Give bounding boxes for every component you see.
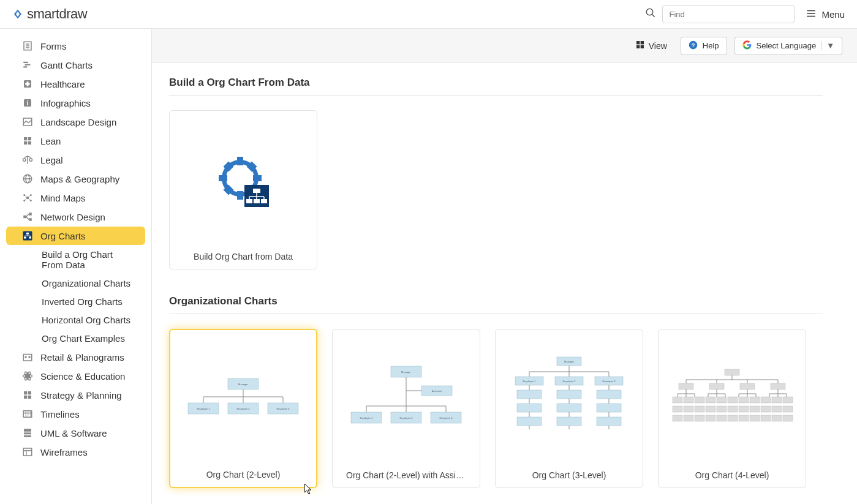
- search-icon[interactable]: [645, 7, 656, 21]
- search-input[interactable]: [662, 5, 795, 23]
- sidebar-item-science[interactable]: Science & Education: [6, 367, 145, 385]
- svg-rect-89: [253, 189, 260, 193]
- svg-rect-154: [728, 406, 738, 412]
- toolbar: View ? Help Select Language ▼: [152, 29, 857, 63]
- svg-rect-45: [29, 237, 31, 239]
- svg-text:Employee 2: Employee 2: [562, 380, 576, 383]
- sidebar-item-healthcare[interactable]: Healthcare: [6, 75, 145, 93]
- sidebar-item-label: Retail & Planograms: [40, 352, 124, 363]
- sidebar-item-landscape[interactable]: Landscape Design: [6, 113, 145, 131]
- language-select[interactable]: Select Language ▼: [734, 37, 842, 55]
- svg-rect-125: [517, 404, 542, 412]
- network-icon: [22, 211, 33, 222]
- brand-logo[interactable]: smartdraw: [12, 6, 87, 22]
- svg-point-87: [234, 172, 246, 184]
- svg-rect-134: [679, 383, 693, 389]
- sidebar-item-strategy[interactable]: Strategy & Planning: [6, 386, 145, 404]
- landscape-icon: [22, 116, 33, 127]
- gantt-icon: [22, 59, 33, 70]
- svg-rect-52: [29, 356, 31, 358]
- svg-rect-128: [557, 404, 581, 412]
- view-button[interactable]: View: [629, 36, 673, 55]
- sidebar-item-network[interactable]: Network Design: [6, 208, 145, 226]
- sidebar-item-legal[interactable]: Legal: [6, 151, 145, 169]
- svg-rect-140: [695, 397, 704, 403]
- sidebar-subitem-build[interactable]: Build a Org Chart From Data: [6, 246, 145, 274]
- svg-rect-133: [725, 369, 739, 375]
- retail-icon: [22, 352, 33, 363]
- svg-rect-58: [28, 391, 31, 394]
- svg-rect-66: [24, 429, 31, 432]
- svg-rect-161: [684, 415, 693, 421]
- forms-icon: [22, 40, 33, 51]
- svg-rect-155: [739, 406, 749, 412]
- svg-line-33: [25, 195, 28, 198]
- svg-rect-160: [673, 415, 682, 421]
- mindmap-icon: [22, 192, 33, 203]
- sidebar-item-label: Lean: [40, 136, 61, 146]
- svg-text:i: i: [27, 99, 29, 107]
- svg-rect-138: [673, 397, 682, 403]
- svg-rect-82: [253, 175, 262, 181]
- svg-rect-135: [709, 383, 724, 389]
- sidebar-item-gantt[interactable]: Gantt Charts: [6, 56, 145, 74]
- sidebar-item-label: Healthcare: [40, 79, 85, 89]
- svg-rect-151: [695, 406, 704, 412]
- sidebar-subitem-examples[interactable]: Org Chart Examples: [6, 329, 145, 347]
- template-card-3level[interactable]: Manager Employee 1 Employee 2 Employee 3: [495, 329, 643, 488]
- main-content: View ? Help Select Language ▼ Build a Or…: [152, 29, 857, 504]
- help-button[interactable]: ? Help: [681, 37, 727, 55]
- lean-icon: [22, 135, 33, 146]
- menu-button[interactable]: Menu: [806, 8, 845, 21]
- section-rule: [169, 95, 823, 96]
- svg-rect-11: [23, 66, 27, 67]
- sidebar-item-infographics[interactable]: iInfographics: [6, 94, 145, 112]
- svg-rect-148: [783, 397, 793, 403]
- sidebar-item-retail[interactable]: Retail & Planograms: [6, 348, 145, 366]
- svg-line-35: [25, 198, 28, 201]
- sidebar-item-mindmaps[interactable]: Mind Maps: [6, 189, 145, 207]
- svg-rect-59: [24, 396, 27, 399]
- card-preview: [170, 111, 317, 252]
- google-icon: [742, 40, 752, 51]
- svg-rect-132: [597, 417, 621, 426]
- hamburger-icon: [806, 8, 817, 21]
- sidebar-item-lean[interactable]: Lean: [6, 132, 145, 150]
- sidebar-item-label: Infographics: [40, 98, 91, 108]
- sidebar-item-label: Timelines: [40, 409, 80, 419]
- svg-rect-149: [673, 406, 682, 412]
- sidebar-item-timelines[interactable]: Timelines: [6, 405, 145, 423]
- science-icon: [22, 370, 33, 382]
- sidebar-item-wireframes[interactable]: Wireframes: [6, 443, 145, 461]
- svg-rect-168: [761, 415, 771, 421]
- svg-line-1: [652, 14, 655, 17]
- section-title-orgcharts: Organizational Charts: [169, 295, 823, 307]
- brand-text: smartdraw: [27, 6, 87, 22]
- app-header: smartdraw Menu: [0, 0, 857, 29]
- svg-rect-167: [750, 415, 760, 421]
- sidebar-item-orgcharts[interactable]: Org Charts: [6, 227, 145, 245]
- sidebar-item-forms[interactable]: Forms: [6, 37, 145, 55]
- template-card-2level-assistant[interactable]: Manager Assistant Employee 1 Employee 2 …: [332, 329, 480, 488]
- sidebar-subitem-orgcharts[interactable]: Organizational Charts: [6, 274, 145, 292]
- svg-point-24: [29, 159, 32, 162]
- svg-text:Employee 3: Employee 3: [439, 416, 453, 419]
- template-card-2level[interactable]: Manager Employee 1 Employee 2 Employee 3…: [169, 329, 317, 488]
- sidebar-item-label: Strategy & Planning: [40, 390, 122, 401]
- svg-text:Employee 1: Employee 1: [523, 380, 536, 383]
- sidebar-subitem-inverted[interactable]: Inverted Org Charts: [6, 293, 145, 310]
- sidebar-item-maps[interactable]: Maps & Geography: [6, 170, 145, 188]
- sidebar-subitem-horizontal[interactable]: Horizontal Org Charts: [6, 311, 145, 329]
- svg-rect-124: [517, 390, 542, 399]
- sidebar-item-uml[interactable]: UML & Software: [6, 424, 145, 442]
- template-card-4level[interactable]: Org Chart (4-Level): [658, 329, 806, 488]
- svg-rect-68: [24, 435, 31, 437]
- template-card-build-from-data[interactable]: Build Org Chart from Data: [169, 110, 317, 269]
- svg-rect-126: [517, 417, 542, 426]
- svg-rect-9: [23, 62, 28, 63]
- logo-icon: [12, 9, 23, 20]
- svg-rect-129: [557, 417, 581, 426]
- svg-rect-38: [29, 213, 32, 216]
- svg-text:Employee 2: Employee 2: [399, 416, 413, 419]
- svg-rect-169: [772, 415, 782, 421]
